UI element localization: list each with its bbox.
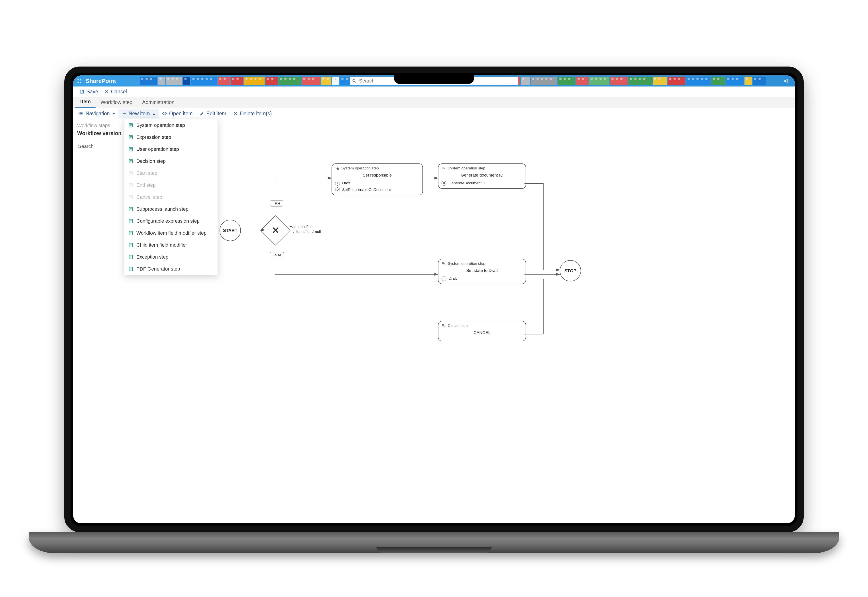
open-item-button[interactable]: Open item bbox=[159, 109, 196, 119]
breadcrumb: Workflow steps bbox=[77, 123, 128, 128]
app-screen: SharePoint Save bbox=[73, 76, 795, 523]
svg-point-18 bbox=[79, 112, 79, 113]
cancel-label: Cancel bbox=[111, 89, 127, 95]
svg-rect-12 bbox=[81, 92, 83, 93]
pencil-icon bbox=[200, 111, 204, 116]
form-icon bbox=[128, 195, 133, 200]
svg-point-20 bbox=[79, 114, 79, 115]
menu-item-label: Start step bbox=[137, 170, 157, 176]
svg-point-1 bbox=[78, 79, 79, 80]
form-icon bbox=[128, 183, 133, 188]
menu-item-label: Exception step bbox=[137, 254, 168, 260]
menu-item-label: PDF Generator step bbox=[137, 266, 180, 272]
menu-item-label: Configurable expression step bbox=[137, 218, 200, 224]
megaphone-icon bbox=[784, 78, 790, 84]
svg-point-9 bbox=[353, 79, 355, 82]
menu-item-end-step: End step bbox=[125, 179, 218, 191]
menu-item-user-operation-step[interactable]: User operation step bbox=[125, 143, 218, 155]
save-cancel-bar: Save Cancel bbox=[73, 86, 795, 97]
menu-item-subprocess-launch-step[interactable]: Subprocess launch step bbox=[125, 203, 218, 215]
menu-item-configurable-expression-step[interactable]: Configurable expression step bbox=[125, 215, 218, 227]
plus-icon bbox=[122, 111, 126, 116]
svg-point-3 bbox=[77, 80, 78, 82]
menu-item-system-operation-step[interactable]: System operation step bbox=[125, 119, 218, 131]
svg-point-5 bbox=[80, 80, 81, 82]
menu-item-label: Cancel step bbox=[137, 194, 162, 200]
page-title: Workflow version bbox=[77, 130, 128, 137]
close-icon bbox=[104, 89, 109, 94]
tab-workflow-step[interactable]: Workflow step bbox=[96, 97, 137, 108]
menu-item-label: Expression step bbox=[137, 134, 171, 140]
edit-item-button[interactable]: Edit item bbox=[196, 109, 230, 119]
close-icon bbox=[233, 111, 238, 116]
menu-item-label: User operation step bbox=[137, 146, 179, 152]
app-launcher-button[interactable] bbox=[73, 76, 84, 86]
menu-item-workflow-item-field-modifier-step[interactable]: Workflow item field modifier step bbox=[125, 227, 218, 239]
form-icon bbox=[128, 243, 133, 248]
menu-item-label: Subprocess launch step bbox=[137, 206, 188, 212]
svg-point-6 bbox=[77, 82, 78, 83]
menu-item-expression-step[interactable]: Expression step bbox=[125, 131, 218, 143]
cancel-button[interactable]: Cancel bbox=[101, 88, 130, 96]
list-search-input[interactable]: Search bbox=[77, 142, 112, 151]
navigation-button[interactable]: Navigation ▾ bbox=[75, 109, 119, 119]
workflow-diagram[interactable]: START ✕ Has Identifier Identifier ≠ null… bbox=[220, 163, 786, 520]
save-button[interactable]: Save bbox=[76, 88, 101, 96]
svg-point-4 bbox=[78, 80, 79, 82]
form-icon bbox=[128, 123, 133, 128]
form-icon bbox=[128, 147, 133, 152]
search-icon bbox=[352, 79, 356, 83]
app-name[interactable]: SharePoint bbox=[84, 78, 116, 85]
menu-item-label: Decision step bbox=[137, 158, 166, 164]
svg-point-2 bbox=[80, 79, 81, 80]
form-icon bbox=[128, 171, 133, 176]
command-bar: Navigation ▾ New item ▴ Open item Edit i… bbox=[73, 108, 795, 119]
menu-item-decision-step[interactable]: Decision step bbox=[125, 155, 218, 167]
waffle-icon bbox=[76, 79, 81, 83]
delete-items-button[interactable]: Delete item(s) bbox=[230, 109, 275, 119]
content-body: Workflow steps Workflow version Search S… bbox=[73, 119, 795, 523]
tab-administration[interactable]: Administration bbox=[137, 97, 180, 108]
menu-item-label: Child item field modifier bbox=[137, 242, 187, 248]
ribbon-tabs: Item Workflow step Administration bbox=[73, 97, 795, 108]
new-item-menu: System operation stepExpression stepUser… bbox=[124, 119, 218, 275]
feedback-button[interactable] bbox=[782, 76, 792, 86]
svg-line-10 bbox=[355, 82, 356, 83]
diagram-connectors bbox=[220, 163, 786, 520]
list-icon bbox=[79, 111, 83, 116]
save-icon bbox=[79, 89, 84, 94]
menu-item-label: Workflow item field modifier step bbox=[137, 230, 206, 236]
menu-item-start-step: Start step bbox=[125, 167, 218, 179]
form-icon bbox=[128, 135, 133, 140]
header-right bbox=[782, 76, 792, 86]
new-item-button[interactable]: New item ▴ bbox=[119, 109, 159, 119]
save-label: Save bbox=[86, 89, 98, 95]
menu-item-label: System operation step bbox=[137, 122, 185, 128]
menu-item-cancel-step: Cancel step bbox=[125, 191, 218, 203]
svg-point-19 bbox=[79, 113, 79, 114]
menu-item-pdf-generator-step[interactable]: PDF Generator step bbox=[125, 263, 218, 275]
menu-item-exception-step[interactable]: Exception step bbox=[125, 251, 218, 263]
tab-item[interactable]: Item bbox=[76, 96, 96, 108]
eye-icon bbox=[162, 111, 167, 116]
chevron-up-icon: ▴ bbox=[153, 111, 155, 116]
svg-point-7 bbox=[78, 82, 79, 83]
svg-rect-11 bbox=[81, 90, 82, 91]
form-icon bbox=[128, 267, 133, 272]
svg-point-8 bbox=[80, 82, 81, 83]
form-icon bbox=[128, 255, 133, 260]
svg-point-0 bbox=[77, 79, 78, 80]
form-icon bbox=[128, 159, 133, 164]
form-icon bbox=[128, 219, 133, 224]
chevron-down-icon: ▾ bbox=[113, 111, 115, 116]
menu-item-label: End step bbox=[137, 182, 156, 188]
form-icon bbox=[128, 207, 133, 212]
left-column: Workflow steps Workflow version Search bbox=[73, 119, 132, 155]
form-icon bbox=[128, 231, 133, 236]
menu-item-child-item-field-modifier[interactable]: Child item field modifier bbox=[125, 239, 218, 251]
svg-point-23 bbox=[164, 113, 165, 114]
